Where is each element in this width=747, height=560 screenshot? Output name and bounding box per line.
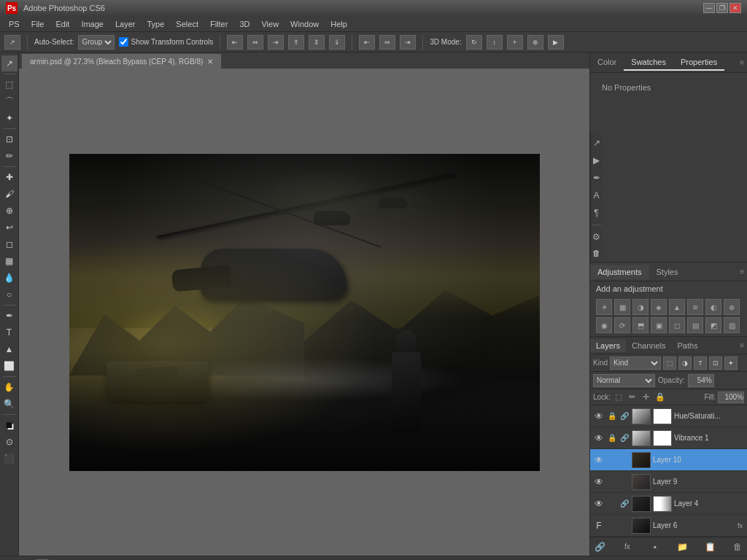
show-transform-checkbox[interactable] [119,37,128,47]
adj-channelmixer-icon[interactable]: ◉ [596,317,612,333]
hand-tool[interactable]: ✋ [1,379,18,395]
3d-btn-1[interactable]: ↻ [466,35,482,50]
align-right-btn[interactable]: ⇥ [268,35,284,50]
restore-button[interactable]: ❐ [716,3,728,13]
minimize-button[interactable]: — [703,3,715,13]
adj-menu-icon[interactable]: ≡ [740,268,744,276]
align-left-btn[interactable]: ⇤ [227,35,243,50]
swatches-tab[interactable]: Swatches [624,55,673,71]
adj-vibrance-icon[interactable]: ◈ [651,299,667,315]
filter-adj-btn[interactable]: ◑ [678,357,692,370]
distrib-right-btn[interactable]: ⇥ [400,35,416,50]
history-tool[interactable]: ↩ [1,219,18,236]
prop-text-icon[interactable]: A [589,188,604,203]
dodge-tool[interactable]: ○ [1,287,18,303]
move-tool-icon[interactable]: ↗ [4,35,20,50]
lasso-tool[interactable]: ⌒ [1,93,18,109]
blend-mode-select[interactable]: Normal [593,374,655,387]
adj-bw-icon[interactable]: ◐ [705,299,721,315]
quick-mask[interactable]: ⊙ [1,434,18,450]
filter-pixel-btn[interactable]: ⬚ [663,357,676,370]
healing-tool[interactable]: ✚ [1,169,18,185]
add-mask-btn[interactable]: ▪ [649,540,662,553]
canvas-container[interactable] [19,69,589,556]
menu-filter[interactable]: Filter [204,18,233,30]
move-tool[interactable]: ↗ [1,55,18,71]
path-tool[interactable]: ▲ [1,341,18,357]
properties-tab[interactable]: Properties [673,55,724,71]
distrib-left-btn[interactable]: ⇤ [359,35,375,50]
layer-vis-btn[interactable]: 👁 [593,498,605,510]
foreground-color[interactable]: ■ [1,417,18,433]
distrib-center-btn[interactable]: ⇔ [379,35,395,50]
lock-transparent-btn[interactable]: ⬚ [613,392,624,403]
align-center-h-btn[interactable]: ⇔ [247,35,263,50]
adj-curves-icon[interactable]: ▦ [614,299,630,315]
shape-tool[interactable]: ⬜ [1,358,18,374]
filter-smart-btn[interactable]: ✦ [724,357,738,370]
zoom-tool[interactable]: 🔍 [1,396,18,412]
3d-btn-3[interactable]: + [507,35,523,50]
prop-pen-icon[interactable]: ✒ [589,171,604,185]
new-layer-btn[interactable]: 📋 [703,540,716,553]
prop-arrow-icon[interactable]: ↗ [589,136,604,150]
lock-all-btn[interactable]: 🔒 [654,392,666,403]
gradient-tool[interactable]: ▦ [1,253,18,269]
magic-wand-tool[interactable]: ✦ [1,110,18,126]
delete-layer-btn[interactable]: 🗑 [731,540,744,553]
eyedropper-tool[interactable]: ✏ [1,148,18,164]
menu-ps[interactable]: PS [3,18,26,30]
crop-tool[interactable]: ⊡ [1,131,18,147]
adj-posterize-icon[interactable]: ▣ [651,317,667,333]
blur-tool[interactable]: 💧 [1,270,18,286]
lock-pixels-btn[interactable]: ✏ [627,392,638,403]
type-tool[interactable]: T [1,324,18,341]
layers-menu-icon[interactable]: ≡ [740,341,744,349]
adj-invert-icon[interactable]: ▨ [724,317,740,333]
menu-image[interactable]: Image [75,18,109,30]
adj-photo-icon[interactable]: ⊕ [724,299,740,315]
adj-levels-icon[interactable]: ⬒ [632,317,649,333]
link-layers-btn[interactable]: 🔗 [593,540,606,553]
menu-edit[interactable]: Edit [50,18,75,30]
menu-layer[interactable]: Layer [109,18,142,30]
lock-position-btn[interactable]: ✛ [640,392,652,403]
filter-type-btn[interactable]: T [694,357,707,370]
3d-btn-2[interactable]: ↕ [487,35,503,50]
adj-threshold-icon[interactable]: ◻ [669,317,685,333]
layer-vis-btn[interactable]: 👁 [593,411,605,422]
layer-vis-btn[interactable]: 👁 [593,454,605,466]
eraser-tool[interactable]: ◻ [1,236,18,252]
menu-file[interactable]: File [26,18,50,30]
adjustments-tab[interactable]: Adjustments [590,265,649,279]
marquee-tool[interactable]: ⬚ [1,77,18,93]
3d-btn-4[interactable]: ⊕ [527,35,543,50]
fill-input[interactable] [718,392,744,403]
pen-tool[interactable]: ✒ [1,308,18,324]
filter-select[interactable]: Kind [610,357,661,370]
opacity-input[interactable] [688,374,714,387]
layer-row[interactable]: 👁 🔒 🔗 Hue/Saturati... [590,405,747,427]
3d-btn-5[interactable]: ▶ [548,35,564,50]
auto-select-select[interactable]: Group Layer [78,35,115,50]
adj-selective-icon[interactable]: ◩ [705,317,721,333]
menu-3d[interactable]: 3D [233,18,255,30]
prop-para-icon[interactable]: ¶ [589,206,604,220]
menu-type[interactable]: Type [142,18,171,30]
document-tab[interactable]: armin.psd @ 27.3% (Bleach Bypass (CEP 4)… [22,54,221,69]
adj-brightness-icon[interactable]: ☀ [596,299,612,315]
adj-colorbalance-icon[interactable]: ≋ [687,299,703,315]
add-fx-btn[interactable]: fx [621,540,634,553]
clone-tool[interactable]: ⊕ [1,203,18,219]
menu-select[interactable]: Select [170,18,204,30]
panel-menu-icon[interactable]: ≡ [740,58,744,66]
tab-close-btn[interactable]: ✕ [207,58,213,66]
layer-vis-btn[interactable]: 👁 [593,476,605,488]
adj-colorlookup-icon[interactable]: ⟳ [614,317,630,333]
paths-tab[interactable]: Paths [672,339,704,352]
channels-tab[interactable]: Channels [626,339,671,352]
layer-vis-btn[interactable]: F [593,520,605,532]
prop-play-icon[interactable]: ▶ [589,153,604,168]
color-tab[interactable]: Color [590,55,624,71]
new-group-btn[interactable]: 📁 [676,540,689,553]
